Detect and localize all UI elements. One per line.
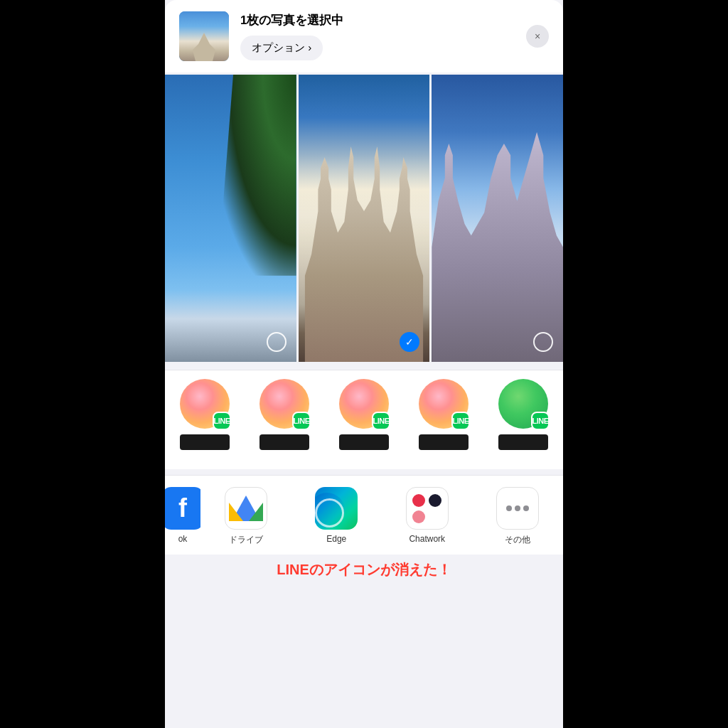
apps-section: f ok ドライブ Edge bbox=[165, 475, 563, 555]
contact-name-bar-2 bbox=[259, 434, 309, 450]
contact-avatar-4: LINE bbox=[419, 379, 469, 429]
edge-icon bbox=[315, 487, 358, 530]
cw-dot-dark-1 bbox=[429, 494, 441, 507]
app-item-more[interactable]: その他 bbox=[473, 487, 564, 546]
contact-avatar-1: LINE bbox=[180, 379, 230, 429]
cw-dot-red-2 bbox=[412, 510, 425, 523]
photo-cell-2[interactable]: ✓ bbox=[299, 75, 430, 362]
line-badge-text-5: LINE bbox=[532, 417, 548, 425]
app-label-facebook: ok bbox=[178, 534, 188, 544]
more-dot-1 bbox=[506, 505, 512, 511]
contact-item-2[interactable]: LINE bbox=[245, 379, 324, 461]
contacts-section: LINE LINE LINE bbox=[165, 370, 563, 469]
line-badge-text-2: LINE bbox=[293, 417, 309, 425]
line-badge-text-1: LINE bbox=[213, 417, 230, 425]
contact-name-bar-4 bbox=[419, 434, 469, 450]
cw-dot-red-1 bbox=[412, 494, 425, 507]
selection-title: 1枚の写真を選択中 bbox=[240, 12, 515, 28]
thumbnail-castle-image bbox=[179, 11, 229, 61]
phone-container: 1枚の写真を選択中 オプション › × ✓ bbox=[165, 0, 563, 728]
line-badge-text-3: LINE bbox=[373, 417, 389, 425]
contact-avatar-3: LINE bbox=[339, 379, 389, 429]
app-label-edge: Edge bbox=[326, 534, 346, 544]
drive-icon bbox=[225, 487, 267, 530]
line-badge-3: LINE bbox=[372, 412, 390, 430]
selection-circle-3[interactable] bbox=[533, 332, 553, 352]
facebook-letter: f bbox=[178, 493, 187, 523]
line-badge-text-4: LINE bbox=[452, 417, 469, 425]
app-item-drive[interactable]: ドライブ bbox=[200, 487, 291, 546]
contact-avatar-2: LINE bbox=[259, 379, 309, 429]
contact-item-3[interactable]: LINE bbox=[324, 379, 404, 461]
contact-item-5[interactable]: LINE bbox=[483, 379, 563, 461]
line-badge-5: LINE bbox=[531, 412, 550, 430]
app-label-more: その他 bbox=[505, 534, 530, 546]
castle-silhouette-3 bbox=[432, 132, 563, 362]
app-item-chatwork[interactable]: Chatwork bbox=[382, 487, 473, 544]
chatwork-icon bbox=[406, 487, 449, 530]
photo-bg-3 bbox=[432, 75, 563, 362]
photo-cell-3[interactable] bbox=[432, 75, 563, 362]
selection-header: 1枚の写真を選択中 オプション › × bbox=[165, 0, 563, 73]
photo-bg-1 bbox=[165, 75, 296, 362]
edge-wave-shape bbox=[315, 493, 345, 528]
contact-name-bar-3 bbox=[339, 434, 389, 450]
castle-silhouette-2 bbox=[299, 146, 430, 362]
selection-circle-1[interactable] bbox=[267, 332, 287, 352]
chatwork-dots bbox=[412, 494, 441, 523]
drive-green-piece bbox=[249, 503, 263, 521]
app-item-facebook[interactable]: f ok bbox=[165, 487, 200, 544]
line-badge-4: LINE bbox=[451, 412, 470, 430]
contact-name-bar-5 bbox=[498, 434, 548, 450]
thumbnail-preview bbox=[179, 11, 229, 61]
more-icon bbox=[496, 487, 539, 530]
photo-bg-2 bbox=[299, 75, 430, 362]
contact-avatar-5: LINE bbox=[498, 379, 548, 429]
options-button[interactable]: オプション › bbox=[240, 36, 323, 60]
line-badge-1: LINE bbox=[213, 412, 231, 430]
contact-item-4[interactable]: LINE bbox=[404, 379, 483, 461]
close-button[interactable]: × bbox=[526, 25, 549, 48]
facebook-icon: f bbox=[165, 487, 200, 530]
app-label-chatwork: Chatwork bbox=[409, 534, 445, 544]
section-divider-2 bbox=[165, 469, 563, 475]
photo-cell-1[interactable] bbox=[165, 75, 296, 362]
app-item-edge[interactable]: Edge bbox=[291, 487, 382, 544]
checkmark-icon: ✓ bbox=[405, 336, 414, 348]
header-text-section: 1枚の写真を選択中 オプション › bbox=[240, 12, 515, 60]
more-dot-2 bbox=[515, 505, 520, 511]
photo-grid: ✓ bbox=[165, 73, 563, 364]
app-label-drive: ドライブ bbox=[229, 534, 263, 546]
contact-item-1[interactable]: LINE bbox=[165, 379, 245, 461]
line-badge-2: LINE bbox=[292, 412, 311, 430]
contact-name-bar-1 bbox=[180, 434, 230, 450]
bottom-text: LINEのアイコンが消えた！ bbox=[165, 555, 563, 582]
section-divider-1 bbox=[165, 364, 563, 370]
drive-triangle-shape bbox=[232, 496, 260, 521]
more-dot-3 bbox=[523, 505, 529, 511]
